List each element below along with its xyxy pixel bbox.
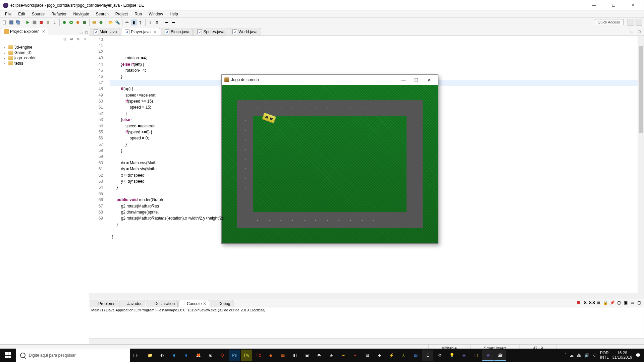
run-last-button[interactable] bbox=[75, 19, 81, 25]
minimize-view-icon[interactable]: ▭ bbox=[78, 29, 84, 35]
scrollbar-thumb[interactable] bbox=[639, 46, 643, 133]
app-icon-8[interactable]: ⚡ bbox=[386, 350, 397, 361]
editor-tab-sprites-java[interactable]: JSprites.java bbox=[194, 28, 228, 36]
bottom-tab-declaration[interactable]: Declaration bbox=[146, 300, 178, 307]
new-button[interactable] bbox=[2, 19, 8, 25]
suspend-button[interactable] bbox=[45, 19, 51, 25]
save-button[interactable] bbox=[8, 19, 14, 25]
app-icon-12[interactable]: 💡 bbox=[446, 350, 458, 361]
new-class-button[interactable] bbox=[98, 19, 104, 25]
toggle-block-button[interactable]: ▮ bbox=[131, 19, 137, 25]
tray-notifications-icon[interactable]: 💬 bbox=[636, 353, 641, 358]
menu-window[interactable]: Window bbox=[145, 11, 166, 17]
tree-item-tetris[interactable]: ▸tetris bbox=[2, 61, 88, 66]
open-console-button[interactable]: ▣ bbox=[623, 300, 628, 305]
maximize-view-icon[interactable]: ▢ bbox=[84, 29, 89, 35]
steam-icon[interactable]: ◐ bbox=[156, 350, 168, 361]
code-area[interactable]: rotation+=4; }else if(left) { rotation-=… bbox=[110, 36, 638, 293]
menu-refactor[interactable]: Refactor bbox=[48, 11, 70, 17]
java-perspective-button[interactable] bbox=[628, 19, 634, 25]
app-icon-3[interactable]: ◧ bbox=[289, 350, 301, 361]
maximize-editor-icon[interactable]: ▢ bbox=[636, 28, 642, 34]
scroll-lock-button[interactable]: 🔒 bbox=[603, 300, 608, 305]
opera-icon[interactable]: O bbox=[217, 350, 228, 361]
bottom-tab-console[interactable]: Console ✕ bbox=[178, 300, 209, 307]
back-button[interactable]: ⬅ bbox=[164, 19, 170, 25]
epic-icon[interactable]: E bbox=[422, 350, 433, 361]
collapse-all-icon[interactable]: ⊟ bbox=[62, 37, 67, 42]
menu-source[interactable]: Source bbox=[29, 11, 48, 17]
photoshop-icon[interactable]: Ps bbox=[229, 350, 240, 361]
ext-tools-button[interactable] bbox=[82, 19, 88, 25]
menu-run[interactable]: Run bbox=[131, 11, 145, 17]
bottom-tab-debug[interactable]: Debug bbox=[210, 300, 233, 307]
maximize-button[interactable]: ☐ bbox=[607, 1, 620, 9]
app-icon-4[interactable]: ▣ bbox=[301, 350, 313, 361]
close-view-icon[interactable]: ✕ bbox=[42, 29, 45, 34]
step-button[interactable]: ⤵ bbox=[52, 19, 58, 25]
link-editor-icon[interactable]: ⇄ bbox=[69, 37, 74, 42]
taskbar-search[interactable]: Digite aqui para pesquisar bbox=[16, 349, 130, 362]
app-icon-6[interactable]: ✒ bbox=[350, 350, 361, 361]
app-icon-1[interactable]: ◆ bbox=[265, 350, 276, 361]
tray-clock[interactable]: 16:2831/10/2019 bbox=[612, 351, 632, 360]
menu-file[interactable]: File bbox=[2, 11, 15, 17]
task-view-button[interactable]: ▢▫ bbox=[130, 350, 142, 361]
menu-help[interactable]: Help bbox=[166, 11, 181, 17]
clear-console-button[interactable]: 🗑 bbox=[596, 300, 601, 305]
toggle-mark-button[interactable]: ✏ bbox=[124, 19, 130, 25]
fold-column[interactable] bbox=[105, 36, 110, 293]
app-icon-7[interactable]: ▦ bbox=[362, 350, 373, 361]
min-view-icon[interactable]: ▭ bbox=[630, 300, 635, 305]
save-all-button[interactable] bbox=[15, 19, 21, 25]
eclipse-task-icon[interactable]: ◉ bbox=[458, 350, 470, 361]
sublime-icon[interactable]: ▰ bbox=[337, 350, 349, 361]
next-annotation-button[interactable]: ⇩ bbox=[147, 19, 153, 25]
project-explorer-tab[interactable]: Project Explorer ✕ bbox=[1, 28, 48, 35]
console-body[interactable] bbox=[89, 313, 644, 338]
debug-run-button[interactable] bbox=[25, 19, 31, 25]
bottom-tab-javadoc[interactable]: Javadoc bbox=[119, 300, 146, 307]
debug-perspective-button[interactable] bbox=[636, 19, 642, 25]
remove-all-button[interactable]: ✖✖ bbox=[589, 300, 595, 305]
minimize-button[interactable]: — bbox=[587, 1, 601, 9]
start-button[interactable] bbox=[0, 349, 16, 362]
java-running-icon[interactable]: ☕ bbox=[494, 350, 506, 361]
app-icon-2[interactable]: ▦ bbox=[277, 350, 288, 361]
eclipse-running-icon[interactable]: ◉ bbox=[482, 350, 494, 361]
tree-item-3d-engine[interactable]: ▸3d-engine bbox=[2, 45, 88, 50]
filezilla-icon[interactable]: Fz bbox=[253, 350, 264, 361]
bottom-tab-problems[interactable]: Problems bbox=[90, 300, 118, 307]
max-view-icon[interactable]: ▢ bbox=[636, 300, 642, 305]
editor-body[interactable]: 4041424344454647484950515253545556575859… bbox=[89, 36, 644, 293]
project-tree[interactable]: ▸3d-engine▸Game_01▸jogo_corrida▸tetris bbox=[0, 43, 89, 67]
tree-item-Game_01[interactable]: ▸Game_01 bbox=[2, 50, 88, 55]
tray-security-icon[interactable]: 🛡 bbox=[593, 353, 597, 358]
minimize-editor-icon[interactable]: ▭ bbox=[629, 28, 634, 34]
chrome-icon[interactable]: ◉ bbox=[205, 350, 216, 361]
close-button[interactable]: ✕ bbox=[626, 1, 640, 9]
search-button[interactable]: 🔦 bbox=[114, 19, 120, 25]
discord-icon[interactable]: ◓ bbox=[313, 350, 325, 361]
focus-icon[interactable]: ⊕ bbox=[75, 37, 81, 42]
tray-cloud-icon[interactable]: ☁ bbox=[570, 353, 574, 358]
file-explorer-icon[interactable]: 📁 bbox=[144, 350, 156, 361]
remove-launch-button[interactable]: ✖ bbox=[583, 300, 588, 305]
new-package-button[interactable] bbox=[91, 19, 97, 25]
prev-annotation-button[interactable]: ⇧ bbox=[154, 19, 160, 25]
editor-tab-main-java[interactable]: JMain.java bbox=[90, 28, 120, 36]
menu-navigate[interactable]: Navigate bbox=[70, 11, 92, 17]
ie-icon[interactable]: e bbox=[168, 350, 180, 361]
tree-item-jogo_corrida[interactable]: ▸jogo_corrida bbox=[2, 55, 88, 61]
firefox-icon[interactable]: 🦊 bbox=[193, 350, 204, 361]
menu-edit[interactable]: Edit bbox=[15, 11, 29, 17]
coverage-button[interactable] bbox=[32, 19, 38, 25]
stop-button[interactable] bbox=[38, 19, 44, 25]
vertical-scrollbar[interactable] bbox=[638, 36, 644, 293]
horizontal-scrollbar[interactable] bbox=[89, 293, 644, 299]
tray-network-icon[interactable]: 🖧 bbox=[577, 353, 581, 358]
editor-tab-player-java[interactable]: JPlayer.java✕ bbox=[121, 28, 160, 36]
app-icon-10[interactable]: ▦ bbox=[410, 350, 421, 361]
show-whitespace-button[interactable]: ¶ bbox=[138, 19, 144, 25]
editor-tab-world-java[interactable]: JWorld.java bbox=[229, 28, 261, 36]
